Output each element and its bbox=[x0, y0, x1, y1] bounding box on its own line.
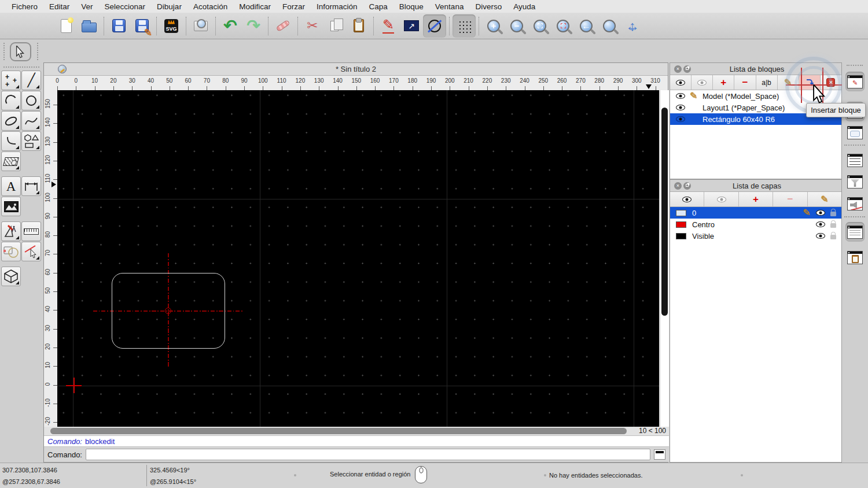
tool-line-button[interactable]: ╱ bbox=[21, 71, 41, 90]
horizontal-scrollbar-thumb[interactable] bbox=[50, 428, 627, 434]
menu-dibujar[interactable]: Dibujar bbox=[151, 2, 187, 11]
toolbar-copy-button[interactable] bbox=[324, 14, 347, 38]
block-eye-button[interactable] bbox=[670, 75, 692, 90]
menu-capa[interactable]: Capa bbox=[363, 2, 393, 11]
toolbar-redo-button[interactable]: ↷ bbox=[242, 14, 265, 38]
toolbar-zoom-back-button[interactable]: ← bbox=[575, 14, 598, 38]
toolbar-pan-button[interactable]: ↔↕ bbox=[621, 14, 644, 38]
menu-forzar[interactable]: Forzar bbox=[277, 2, 311, 11]
visibility-eye-icon[interactable] bbox=[676, 93, 690, 99]
edit-pencil-icon[interactable]: ✎ bbox=[803, 208, 811, 217]
dock-window-commands-button[interactable] bbox=[845, 222, 865, 242]
tool-box3d-button[interactable] bbox=[1, 267, 21, 286]
tool-spline-button[interactable] bbox=[21, 111, 41, 131]
close-icon[interactable]: × bbox=[674, 65, 682, 73]
horizontal-scrollbar[interactable]: 10 < 100 bbox=[44, 427, 669, 435]
toolbar-new-button[interactable] bbox=[54, 14, 78, 38]
toolbar-line-properties-button[interactable]: ↗ bbox=[400, 14, 423, 38]
toolbar-preview-button[interactable] bbox=[189, 14, 212, 38]
toolbar-zoom-out-button[interactable]: − bbox=[505, 14, 528, 38]
tool-image-button[interactable] bbox=[1, 197, 21, 216]
visibility-eye-icon[interactable] bbox=[676, 116, 690, 122]
tool-polyline-button[interactable] bbox=[1, 131, 21, 151]
menu-editar[interactable]: Editar bbox=[43, 2, 75, 11]
toolbar-svg-button[interactable]: SVG bbox=[160, 14, 183, 38]
command-window-toggle-button[interactable] bbox=[654, 449, 665, 460]
block-minus-button[interactable]: − bbox=[734, 75, 756, 90]
block-plus-button[interactable]: + bbox=[713, 75, 734, 90]
block-ab-button[interactable]: a|b bbox=[756, 75, 778, 90]
toolbar-zoom-window-button[interactable] bbox=[598, 14, 621, 38]
menu-fichero[interactable]: Fichero bbox=[6, 2, 43, 11]
layer-plus-button[interactable]: + bbox=[739, 192, 773, 206]
tool-hatch-button[interactable] bbox=[1, 151, 21, 171]
menu-diverso[interactable]: Diverso bbox=[469, 2, 507, 11]
menu-ver[interactable]: Ver bbox=[75, 2, 98, 11]
menu-información[interactable]: Información bbox=[311, 2, 363, 11]
dock-window-clipboard-button[interactable] bbox=[845, 247, 865, 267]
command-input[interactable] bbox=[86, 449, 650, 460]
visibility-eye-icon[interactable] bbox=[816, 210, 825, 216]
dock-window-funnel-button[interactable] bbox=[845, 172, 865, 191]
tool-circle-button[interactable] bbox=[21, 91, 41, 110]
toolbar-zoom-in-button[interactable]: + bbox=[482, 14, 505, 38]
lock-icon[interactable] bbox=[830, 223, 836, 228]
ruler-label: 290 bbox=[609, 77, 627, 84]
tool-points-button[interactable]: +++ bbox=[1, 71, 21, 90]
toolbar-paste-button[interactable] bbox=[347, 14, 370, 38]
toolbar-zoom-previous-button[interactable] bbox=[551, 14, 575, 38]
menu-bloque[interactable]: Bloque bbox=[393, 2, 429, 11]
toolbar-save-button[interactable] bbox=[107, 14, 130, 38]
toolbar-attributes-button[interactable]: ✎ bbox=[377, 14, 400, 38]
vertical-scrollbar[interactable] bbox=[660, 90, 669, 427]
toolbar-undo-button[interactable]: ↶ bbox=[219, 14, 242, 38]
document-title-bar[interactable]: * Sin título 2 bbox=[44, 63, 668, 76]
tool-select-entity-button[interactable] bbox=[21, 242, 41, 261]
vertical-scrollbar-thumb[interactable] bbox=[661, 108, 668, 316]
dock-window-pencil-button[interactable]: ✎ bbox=[845, 72, 865, 91]
dock-window-list-button[interactable] bbox=[845, 150, 865, 170]
toolbar-zoom-auto-button[interactable] bbox=[528, 14, 551, 38]
tool-measure-button[interactable] bbox=[21, 221, 41, 241]
layer-minus-faded-button[interactable]: − bbox=[773, 192, 807, 206]
layer-pencil-button[interactable]: ✎ bbox=[808, 192, 841, 206]
dock-window-widget-button[interactable] bbox=[845, 123, 865, 142]
lock-icon[interactable] bbox=[830, 235, 836, 239]
tool-arc-button[interactable] bbox=[1, 91, 21, 110]
menu-modificar[interactable]: Modificar bbox=[233, 2, 277, 11]
tool-modify-button[interactable] bbox=[1, 221, 21, 241]
layer-eye-grey-button[interactable] bbox=[704, 192, 738, 206]
edit-pencil-icon[interactable]: ✎ bbox=[690, 91, 703, 101]
close-icon[interactable]: × bbox=[674, 182, 682, 190]
menu-acotación[interactable]: Acotación bbox=[187, 2, 233, 11]
toolbar-saveas-button[interactable]: ✎ bbox=[130, 14, 153, 38]
layer-eye-button[interactable] bbox=[670, 192, 704, 206]
detach-icon[interactable] bbox=[683, 182, 691, 190]
dock-window-speaker-button[interactable] bbox=[845, 194, 865, 213]
block-eye-grey-button[interactable] bbox=[692, 75, 713, 90]
tool-trim-button[interactable] bbox=[1, 242, 21, 261]
block-pencil-button[interactable]: ✎ bbox=[778, 75, 799, 90]
layer-row[interactable]: Centro bbox=[670, 219, 841, 230]
toolbar-open-button[interactable] bbox=[78, 14, 101, 38]
menu-ventana[interactable]: Ventana bbox=[429, 2, 470, 11]
layer-row[interactable]: Visible bbox=[670, 230, 841, 242]
tool-ellipse-button[interactable] bbox=[1, 111, 21, 131]
tool-dimension-button[interactable] bbox=[21, 176, 41, 196]
menu-seleccionar[interactable]: Seleccionar bbox=[99, 2, 152, 11]
toolbar-eraser-button[interactable] bbox=[271, 14, 295, 38]
tool-text-button[interactable]: A bbox=[1, 176, 21, 196]
visibility-eye-icon[interactable] bbox=[676, 105, 690, 110]
lock-icon[interactable] bbox=[830, 212, 836, 216]
toolbar-cut-button[interactable]: ✂ bbox=[301, 14, 324, 38]
drawing-canvas[interactable] bbox=[57, 90, 659, 427]
toolbar-circle-line-button[interactable] bbox=[423, 14, 446, 38]
menu-ayuda[interactable]: Ayuda bbox=[507, 2, 541, 11]
visibility-eye-icon[interactable] bbox=[816, 233, 825, 239]
detach-icon[interactable] bbox=[683, 65, 691, 73]
tool-polygon-button[interactable] bbox=[21, 131, 41, 151]
layer-row[interactable]: 0✎ bbox=[670, 207, 841, 219]
toolbar-grid-button[interactable] bbox=[453, 14, 476, 38]
visibility-eye-icon[interactable] bbox=[816, 221, 825, 227]
select-tool-button[interactable] bbox=[10, 42, 31, 61]
